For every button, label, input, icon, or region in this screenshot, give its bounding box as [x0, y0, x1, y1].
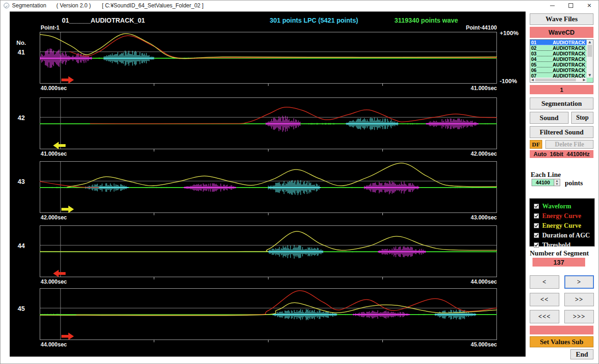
waveform-panel-42[interactable]	[40, 97, 497, 153]
next-button[interactable]: >	[564, 275, 594, 289]
track-title: 01______AUDIOTRACK_01	[62, 17, 145, 24]
panel-start-time: 42.000sec	[41, 214, 67, 221]
segmentation-button[interactable]: Segmentation	[530, 97, 593, 109]
panel-end-time: 44.000sec	[423, 279, 497, 285]
energy-curve-yellow	[40, 303, 497, 315]
energy-curve-yellow	[40, 231, 497, 252]
no-column-label: No.	[13, 39, 29, 46]
track-list-item[interactable]: 05______AUDIOTRACK_05	[530, 62, 587, 67]
panel-start-time: 43.000sec	[41, 279, 67, 285]
next-fastest-button[interactable]: >>>	[564, 310, 594, 323]
filtered-sound-button[interactable]: Filtered Sound	[530, 126, 593, 138]
checkbox-label: Energy Curve	[542, 223, 581, 229]
track-list-item[interactable]: 06______AUDIOTRACK_06	[530, 67, 587, 73]
each-line-spinner[interactable]: 44100 ▲▼	[532, 179, 560, 186]
spinner-buttons[interactable]: ▲▼	[554, 179, 560, 186]
position-arrow-yellow-left	[53, 142, 66, 149]
panel-start-time: 40.000sec	[41, 85, 67, 91]
close-button[interactable]: ✕	[580, 0, 599, 11]
display-option-row: Duration of AGC	[530, 231, 594, 240]
panel-end-time: 45.000sec	[423, 341, 497, 348]
panel-end-time: 41.000sec	[423, 85, 497, 91]
num-segment-value: 137	[532, 258, 585, 267]
checkbox-label: Energy Curve	[542, 213, 581, 219]
app-icon	[4, 3, 9, 8]
end-button[interactable]: End	[570, 349, 593, 359]
checkbox-icon[interactable]	[534, 204, 539, 209]
prev-fastest-button[interactable]: <<<	[530, 310, 559, 323]
wave-info: 3119340 points wave	[394, 17, 458, 24]
scale-bottom-label: -100%	[500, 78, 517, 85]
display-option-row: Threshold	[530, 240, 594, 250]
waveform-panel-45[interactable]	[40, 288, 497, 344]
minimize-button[interactable]	[543, 0, 562, 11]
track-number-display: 1	[530, 85, 593, 94]
scroll-left-icon[interactable]: ◀	[530, 78, 535, 82]
spin-up-icon[interactable]: ▲	[554, 179, 560, 182]
panel-number: 43	[13, 178, 29, 185]
waveform-panel-43[interactable]	[40, 161, 497, 217]
hscroll-thumb[interactable]	[535, 79, 576, 81]
wavecd-button[interactable]: WaveCD	[530, 27, 593, 38]
df-button[interactable]: DF	[530, 140, 542, 149]
checkbox-label: Duration of AGC	[542, 232, 590, 239]
panel-number: 44	[13, 242, 29, 249]
next-fast-button[interactable]: >>	[564, 293, 594, 306]
track-list-item[interactable]: 03______AUDIOTRACK_03	[530, 51, 587, 56]
points-label: points	[565, 179, 583, 187]
num-segment-label: Number of Segment	[530, 249, 589, 257]
display-options-panel: WaveformEnergy CurveEnergy CurveDuration…	[529, 198, 595, 247]
track-list-item[interactable]: 04______AUDIOTRACK_04	[530, 56, 587, 62]
each-line-value: 44100	[532, 179, 554, 186]
restore-button[interactable]	[562, 0, 580, 11]
minimize-icon	[550, 6, 555, 6]
checkbox-icon[interactable]	[534, 223, 539, 228]
vscroll-thumb[interactable]	[587, 45, 592, 57]
app-title: Segmentation	[12, 2, 46, 9]
app-version: ( Version 2.0 )	[56, 2, 91, 9]
panel-start-time: 41.000sec	[41, 151, 67, 157]
waveform-panel-41[interactable]	[40, 32, 497, 87]
scroll-down-icon[interactable]: ▼	[587, 73, 593, 78]
prev-button[interactable]: <	[530, 275, 559, 289]
energy-curve-yellow	[67, 163, 497, 187]
scroll-right-icon[interactable]: ▶	[582, 78, 587, 82]
delete-file-button[interactable]: Delete File	[545, 140, 593, 149]
position-arrow-red-left	[53, 270, 66, 277]
close-icon: ✕	[587, 2, 592, 9]
position-arrow-red-right	[61, 76, 74, 84]
energy-curve-yellow	[40, 34, 497, 59]
spin-down-icon[interactable]: ▼	[554, 182, 560, 186]
checkbox-icon[interactable]	[534, 233, 539, 238]
track-list-item[interactable]: 02______AUDIOTRACK_02	[530, 45, 587, 51]
energy-curve-red	[90, 107, 497, 124]
panel-end-time: 42.000sec	[423, 151, 497, 157]
position-arrow-yellow-right	[61, 206, 74, 213]
track-list-vscrollbar[interactable]: ▲ ▼	[587, 40, 593, 78]
set-values-sub-button[interactable]: Set Values Sub	[530, 336, 593, 347]
format-info: Auto 16bit 44100Hz	[530, 150, 593, 158]
app-path: [ C:¥SoundID_64_SetValues_Folder_02 ]	[102, 2, 204, 9]
checkbox-icon[interactable]	[534, 243, 539, 248]
sound-button[interactable]: Sound	[530, 112, 569, 124]
wave-files-button[interactable]: Wave Files	[530, 13, 593, 25]
prev-fast-button[interactable]: <<	[530, 293, 559, 306]
waveform-panel-44[interactable]	[40, 225, 497, 281]
lpc-info: 301 points LPC (5421 points)	[270, 17, 358, 24]
track-list-hscrollbar[interactable]: ◀ ▶	[530, 78, 587, 82]
checkbox-label: Threshold	[542, 242, 570, 249]
panel-number: 42	[13, 114, 29, 121]
panel-number: 41	[13, 49, 29, 56]
panel-start-time: 44.000sec	[41, 341, 67, 348]
stop-button[interactable]: Stop	[571, 112, 593, 124]
scroll-up-icon[interactable]: ▲	[587, 40, 593, 44]
each-line-label: Each Line	[531, 171, 561, 179]
track-listbox: 01______AUDIOTRACK_0102______AUDIOTRACK_…	[530, 39, 593, 83]
point-end-label: Point-44100	[423, 24, 497, 31]
track-list-item[interactable]: 07______AUDIOTRACK_07	[530, 73, 587, 78]
display-option-row: Energy Curve	[530, 211, 594, 221]
checkbox-icon[interactable]	[534, 213, 539, 218]
track-list-item[interactable]: 01______AUDIOTRACK_01	[530, 40, 587, 45]
panel-number: 45	[13, 305, 29, 312]
point-start-label: Point-1	[41, 24, 60, 31]
